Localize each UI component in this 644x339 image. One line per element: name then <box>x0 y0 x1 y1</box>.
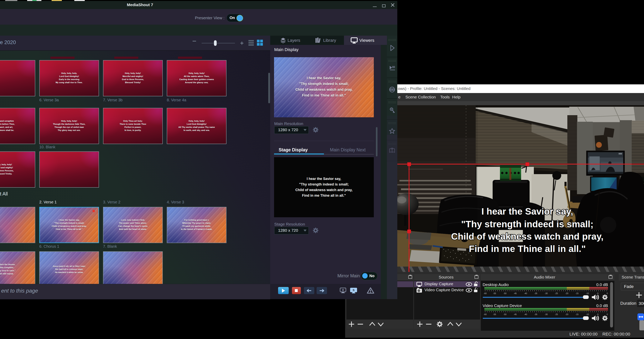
svg-text:0.0 dB: 0.0 dB <box>596 303 608 308</box>
svg-text:I hear the Savior say,: I hear the Savior say, <box>482 206 573 216</box>
svg-text:Child of weakness watch and pr: Child of weakness watch and pray, <box>451 231 603 242</box>
svg-text:-20: -20 <box>565 292 568 294</box>
svg-text:-20: -20 <box>565 313 568 316</box>
svg-text:Find in me Thine all in all.": Find in me Thine all in all." <box>469 244 586 254</box>
svg-text:-35: -35 <box>534 313 537 316</box>
svg-text:-15: -15 <box>576 292 578 294</box>
svg-text:S: S <box>352 288 354 292</box>
svg-text:0.0 dB: 0.0 dB <box>596 282 608 287</box>
svg-text:-25: -25 <box>555 292 558 294</box>
svg-text:-50: -50 <box>504 313 506 316</box>
svg-text:-45: -45 <box>514 313 517 316</box>
svg-text:-35: -35 <box>534 292 537 294</box>
svg-text:-55: -55 <box>493 292 496 294</box>
svg-text:-15: -15 <box>576 313 578 316</box>
svg-text:-10: -10 <box>586 292 589 294</box>
svg-text:-5: -5 <box>596 313 598 316</box>
svg-text:-40: -40 <box>524 292 527 294</box>
svg-text:0: 0 <box>607 313 608 316</box>
svg-text:-10: -10 <box>586 313 589 316</box>
svg-text:-25: -25 <box>555 313 558 316</box>
svg-text:-55: -55 <box>493 313 496 316</box>
svg-text:-60: -60 <box>484 313 487 316</box>
svg-text:-50: -50 <box>504 292 506 294</box>
svg-text:-40: -40 <box>524 313 527 316</box>
svg-text:Desktop Audio: Desktop Audio <box>482 282 508 287</box>
svg-text:-60: -60 <box>484 292 487 294</box>
svg-text:"Thy strength indeed is small;: "Thy strength indeed is small; <box>461 219 594 229</box>
svg-text:-30: -30 <box>545 292 548 294</box>
svg-text:Video Capture Device: Video Capture Device <box>482 303 522 308</box>
svg-text:-45: -45 <box>514 292 517 294</box>
svg-text:0: 0 <box>607 292 608 294</box>
svg-text:M: M <box>342 289 344 292</box>
svg-text:-30: -30 <box>545 313 548 316</box>
svg-text:-5: -5 <box>596 292 598 294</box>
